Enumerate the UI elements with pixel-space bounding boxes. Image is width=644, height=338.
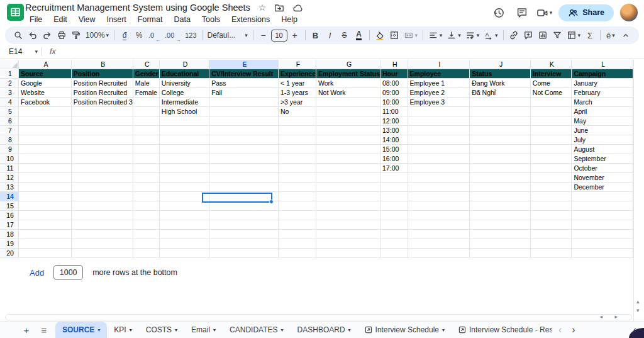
cell-L1[interactable]: Campaign xyxy=(572,69,633,79)
undo-button[interactable] xyxy=(26,28,40,43)
add-rows-button[interactable]: Add xyxy=(30,268,44,278)
cell-B3[interactable]: Position Recruited xyxy=(71,88,133,98)
row-header-10[interactable]: 10 xyxy=(0,154,19,164)
column-header-J[interactable]: J xyxy=(470,60,531,69)
cell-A10[interactable] xyxy=(19,154,72,164)
cell-K20[interactable] xyxy=(530,249,572,258)
avatar[interactable] xyxy=(620,4,638,21)
cell-J19[interactable] xyxy=(470,239,531,249)
cell-L20[interactable] xyxy=(572,249,633,258)
menu-view[interactable]: View xyxy=(74,14,100,25)
cell-H2[interactable]: 08:00 xyxy=(380,79,408,88)
cell-I1[interactable]: Employee xyxy=(408,69,470,79)
column-header-C[interactable]: C xyxy=(133,60,159,69)
cell-B1[interactable]: Position xyxy=(71,69,133,79)
cell-E15[interactable] xyxy=(209,201,279,211)
cell-B20[interactable] xyxy=(71,249,133,258)
cell-K13[interactable] xyxy=(530,183,572,192)
cell-G4[interactable] xyxy=(316,98,380,107)
redo-button[interactable] xyxy=(40,28,54,43)
cell-I5[interactable] xyxy=(408,107,470,116)
cell-K8[interactable] xyxy=(530,135,572,145)
row-header-4[interactable]: 4 xyxy=(0,98,19,107)
cell-F11[interactable] xyxy=(278,164,316,173)
increase-font-size-button[interactable]: + xyxy=(288,28,302,43)
cell-E19[interactable] xyxy=(209,239,279,249)
cell-E4[interactable] xyxy=(209,98,279,107)
cell-F8[interactable] xyxy=(278,135,316,145)
row-header-20[interactable]: 20 xyxy=(0,249,19,258)
cell-H15[interactable] xyxy=(380,201,408,211)
prev-sheets-button[interactable]: ‹ xyxy=(558,325,562,335)
cell-G1[interactable]: Employment Status xyxy=(316,69,380,79)
cell-B6[interactable] xyxy=(71,116,133,126)
column-header-K[interactable]: K xyxy=(530,60,572,69)
cell-G8[interactable] xyxy=(316,135,380,145)
cell-L2[interactable]: January xyxy=(572,79,633,88)
cell-G5[interactable] xyxy=(316,107,380,116)
move-folder-icon[interactable] xyxy=(274,3,284,13)
name-box[interactable]: E14 ▾ xyxy=(0,47,42,56)
fill-color-button[interactable] xyxy=(373,28,387,43)
cell-A6[interactable] xyxy=(19,116,72,126)
cell-H14[interactable] xyxy=(380,192,408,201)
cell-G17[interactable] xyxy=(316,220,380,230)
cell-I20[interactable] xyxy=(408,249,470,258)
decrease-decimal-button[interactable]: .0← xyxy=(147,28,162,43)
cell-F4[interactable]: >3 year xyxy=(278,98,316,107)
text-color-button[interactable]: A xyxy=(352,28,366,43)
cell-B17[interactable] xyxy=(71,220,133,230)
cell-B9[interactable] xyxy=(71,145,133,154)
cell-F5[interactable]: No xyxy=(278,107,316,116)
cell-D9[interactable] xyxy=(159,145,209,154)
cell-C14[interactable] xyxy=(133,192,159,201)
cell-J8[interactable] xyxy=(470,135,531,145)
filter-views-button[interactable]: ▾ xyxy=(565,28,582,43)
cell-C12[interactable] xyxy=(133,173,159,183)
cell-C5[interactable] xyxy=(133,107,159,116)
cell-E20[interactable] xyxy=(209,249,279,258)
cell-I4[interactable]: Employee 3 xyxy=(408,98,470,107)
cell-G19[interactable] xyxy=(316,239,380,249)
meet-call-button[interactable]: ▾ xyxy=(536,7,553,19)
cell-J13[interactable] xyxy=(470,183,531,192)
cell-H11[interactable]: 17:00 xyxy=(380,164,408,173)
insert-chart-button[interactable] xyxy=(536,28,550,43)
cell-K14[interactable] xyxy=(530,192,572,201)
cell-B2[interactable]: Position Recruited xyxy=(71,79,133,88)
cell-I16[interactable] xyxy=(408,211,470,220)
cell-K4[interactable] xyxy=(530,98,572,107)
cell-C8[interactable] xyxy=(133,135,159,145)
cell-F14[interactable] xyxy=(278,192,316,201)
cell-E10[interactable] xyxy=(209,154,279,164)
cell-G6[interactable] xyxy=(316,116,380,126)
cell-J5[interactable] xyxy=(470,107,531,116)
font-size-input[interactable]: 10 xyxy=(271,30,287,42)
cell-L3[interactable]: February xyxy=(572,88,633,98)
sheet-tab-email[interactable]: Email▾ xyxy=(184,322,223,338)
cell-I14[interactable] xyxy=(408,192,470,201)
cell-J4[interactable] xyxy=(470,98,531,107)
cell-D1[interactable]: Educational xyxy=(159,69,209,79)
cell-F7[interactable] xyxy=(278,126,316,135)
cell-E5[interactable] xyxy=(209,107,279,116)
cell-A13[interactable] xyxy=(19,183,72,192)
cell-B18[interactable] xyxy=(71,230,133,239)
cell-C7[interactable] xyxy=(133,126,159,135)
sheet-tab-costs[interactable]: COSTS▾ xyxy=(139,322,184,338)
cell-G3[interactable]: Not Work xyxy=(316,88,380,98)
cell-H6[interactable]: 12:00 xyxy=(380,116,408,126)
cell-E16[interactable] xyxy=(209,211,279,220)
cell-A9[interactable] xyxy=(19,145,72,154)
cell-F18[interactable] xyxy=(278,230,316,239)
cell-L17[interactable] xyxy=(572,220,633,230)
cell-I17[interactable] xyxy=(408,220,470,230)
vertical-scrollbar[interactable]: ▴ ▾ xyxy=(633,60,644,321)
cell-A11[interactable] xyxy=(19,164,72,173)
cell-B5[interactable] xyxy=(71,107,133,116)
menu-data[interactable]: Data xyxy=(169,14,194,25)
cell-A7[interactable] xyxy=(19,126,72,135)
cell-A4[interactable]: Facebook xyxy=(19,98,72,107)
cell-H16[interactable] xyxy=(380,211,408,220)
cell-K7[interactable] xyxy=(530,126,572,135)
